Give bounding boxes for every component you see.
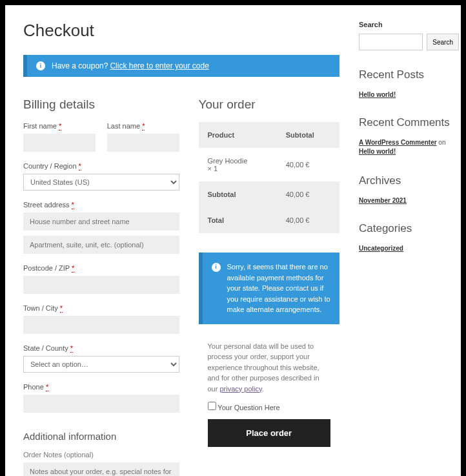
total-row: Total40,00 € bbox=[199, 207, 340, 233]
notes-textarea[interactable] bbox=[23, 462, 179, 476]
subtotal-row: Subtotal40,00 € bbox=[199, 181, 340, 207]
page-title: Checkout bbox=[23, 21, 339, 41]
first-name-input[interactable] bbox=[23, 134, 96, 152]
comment-post-link[interactable]: Hello world! bbox=[359, 148, 396, 155]
col-product: Product bbox=[199, 122, 277, 148]
state-select[interactable]: Select an option… bbox=[23, 356, 179, 373]
street-label: Street address * bbox=[23, 201, 179, 209]
coupon-prompt: Have a coupon? bbox=[52, 61, 108, 70]
archive-link[interactable]: November 2021 bbox=[359, 197, 407, 204]
col-subtotal: Subtotal bbox=[277, 122, 339, 148]
additional-heading: Additional information bbox=[23, 431, 179, 442]
info-icon: i bbox=[212, 263, 221, 272]
category-link[interactable]: Uncategorized bbox=[359, 245, 403, 252]
coupon-notice: i Have a coupon? Click here to enter you… bbox=[23, 55, 339, 77]
state-label: State / County * bbox=[23, 344, 179, 352]
archives-heading: Archives bbox=[359, 174, 459, 187]
postcode-label: Postcode / ZIP * bbox=[23, 264, 179, 272]
country-label: Country / Region * bbox=[23, 162, 179, 170]
town-label: Town / City * bbox=[23, 304, 179, 312]
info-icon: i bbox=[36, 61, 45, 70]
order-table: ProductSubtotal Grey Hoodie× 1 40,00 € S… bbox=[199, 122, 340, 233]
phone-input[interactable] bbox=[23, 395, 179, 413]
notes-label: Order Notes (optional) bbox=[23, 451, 179, 459]
last-name-input[interactable] bbox=[107, 134, 179, 152]
search-label: Search bbox=[359, 21, 459, 28]
first-name-label: First name * bbox=[23, 122, 96, 130]
payment-notice: i Sorry, it seems that there are no avai… bbox=[199, 253, 340, 324]
payment-message: Sorry, it seems that there are no availa… bbox=[227, 262, 331, 315]
country-select[interactable]: United States (US) bbox=[23, 174, 179, 191]
recent-comments-heading: Recent Comments bbox=[359, 116, 459, 129]
street-input[interactable] bbox=[23, 212, 179, 231]
checkbox-label: Your Question Here bbox=[218, 404, 279, 411]
recent-post-link[interactable]: Hello world! bbox=[359, 91, 396, 98]
categories-heading: Categories bbox=[359, 222, 459, 235]
question-checkbox[interactable] bbox=[208, 402, 216, 410]
recent-comment: A WordPress Commenter on Hello world! bbox=[359, 138, 459, 156]
street2-input[interactable] bbox=[23, 236, 179, 254]
coupon-link[interactable]: Click here to enter your code bbox=[110, 61, 208, 70]
place-order-button[interactable]: Place order bbox=[208, 419, 331, 447]
search-button[interactable]: Search bbox=[427, 34, 459, 50]
town-input[interactable] bbox=[23, 316, 179, 334]
recent-posts-heading: Recent Posts bbox=[359, 68, 459, 81]
privacy-text: Your personal data will be used to proce… bbox=[199, 336, 340, 395]
phone-label: Phone * bbox=[23, 383, 179, 391]
privacy-link[interactable]: privacy policy bbox=[219, 385, 261, 393]
order-heading: Your order bbox=[199, 98, 340, 112]
postcode-input[interactable] bbox=[23, 276, 179, 294]
search-input[interactable] bbox=[359, 34, 423, 50]
billing-heading: Billing details bbox=[23, 98, 179, 112]
order-item-row: Grey Hoodie× 1 40,00 € bbox=[199, 148, 340, 181]
last-name-label: Last name * bbox=[107, 122, 179, 130]
commenter-link[interactable]: A WordPress Commenter bbox=[359, 139, 437, 146]
